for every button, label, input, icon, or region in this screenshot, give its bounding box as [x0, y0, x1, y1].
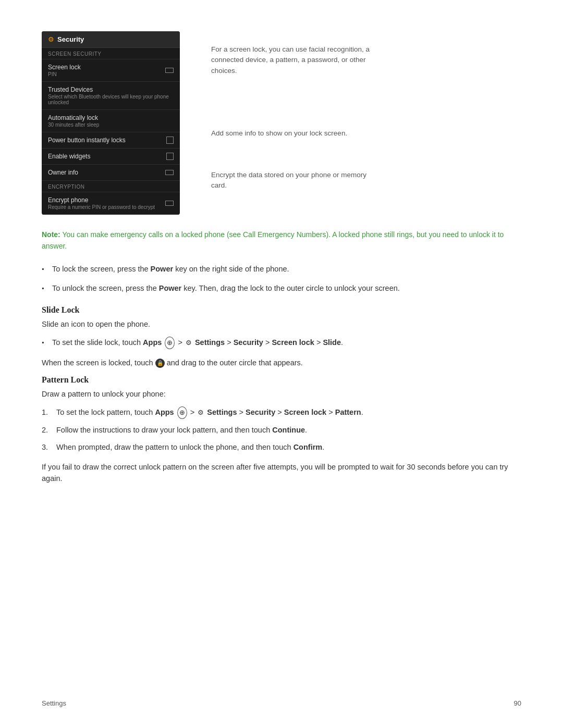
widgets-label: Enable widgets	[48, 153, 90, 160]
step-3: 3. When prompted, draw the pattern to un…	[42, 441, 521, 453]
lock-icon: 🔒	[155, 359, 165, 368]
power-lock-checkbox[interactable]	[166, 137, 174, 144]
slide-lock-intro: Slide an icon to open the phone.	[42, 319, 521, 330]
settings-icon: ⚙	[186, 339, 192, 347]
screen-lock-bold: Screen lock	[272, 338, 314, 347]
owner-info-arrow	[165, 170, 174, 175]
step-1-num: 1.	[42, 406, 48, 418]
encrypt-arrow	[165, 201, 174, 206]
slide-lock-heading: Slide Lock	[42, 305, 521, 315]
screen-lock-sub: PIN	[48, 71, 81, 77]
screenshot-section: ⚙ Security SCREEN SECURITY Screen lock P…	[42, 31, 521, 215]
bullet-2: To unlock the screen, press the Power ke…	[42, 282, 521, 294]
pattern-lock-intro: Draw a pattern to unlock your phone:	[42, 389, 521, 400]
pattern-bold: Pattern	[335, 408, 361, 416]
footer-right: 90	[514, 699, 521, 707]
header-title: Security	[57, 35, 84, 43]
settings-bold: Settings	[195, 338, 225, 347]
menu-item-screen-lock[interactable]: Screen lock PIN	[42, 59, 180, 82]
apps-bold-2: Apps	[155, 408, 174, 416]
step-1: 1. To set the lock pattern, touch Apps ⊕…	[42, 406, 521, 419]
trusted-devices-label: Trusted Devices	[48, 86, 174, 93]
phone-header: ⚙ Security	[42, 31, 180, 48]
settings-bold-2: Settings	[207, 408, 237, 416]
continue-bold: Continue	[272, 426, 305, 434]
bullet-2-bold: Power	[159, 284, 182, 292]
note-label: Note:	[42, 230, 60, 239]
slide-lock-instruction: To set the slide lock, touch Apps ⊕ > ⚙ …	[42, 337, 521, 349]
encrypt-sub: Require a numeric PIN or password to dec…	[48, 204, 155, 210]
security-bold: Security	[234, 338, 263, 347]
bullet-1: To lock the screen, press the Power key …	[42, 263, 521, 275]
pattern-lock-heading: Pattern Lock	[42, 375, 521, 385]
intro-bullets: To lock the screen, press the Power key …	[42, 263, 521, 294]
auto-lock-label: Automatically lock	[48, 114, 99, 121]
final-note: If you fail to draw the correct unlock p…	[42, 461, 521, 485]
note-link[interactable]: Call Emergency Numbers	[243, 230, 326, 239]
apps-bold: Apps	[143, 338, 162, 347]
security-bold-2: Security	[246, 408, 275, 416]
section-label-screen-security: SCREEN SECURITY	[42, 48, 180, 59]
annotation-top: For a screen lock, you can use facial re…	[211, 44, 373, 76]
apps-icon: ⊕	[165, 337, 175, 349]
step-2-num: 2.	[42, 424, 48, 436]
screen-lock-bold-2: Screen lock	[284, 408, 326, 416]
page-container: ⚙ Security SCREEN SECURITY Screen lock P…	[0, 0, 563, 532]
menu-item-auto-lock[interactable]: Automatically lock 30 minutes after slee…	[42, 110, 180, 132]
phone-screenshot: ⚙ Security SCREEN SECURITY Screen lock P…	[42, 31, 180, 215]
auto-lock-sub: 30 minutes after sleep	[48, 122, 99, 128]
step-2: 2. Follow the instructions to draw your …	[42, 424, 521, 436]
widgets-checkbox[interactable]	[166, 153, 174, 160]
menu-item-power-lock[interactable]: Power button instantly locks	[42, 132, 180, 149]
security-screen: ⚙ Security SCREEN SECURITY Screen lock P…	[42, 31, 180, 215]
power-lock-label: Power button instantly locks	[48, 137, 126, 144]
screen-lock-arrow	[165, 68, 174, 73]
annotation-bottom: Encrypt the data stored on your phone or…	[211, 170, 373, 191]
menu-item-encrypt-phone[interactable]: Encrypt phone Require a numeric PIN or p…	[42, 192, 180, 215]
slide-bold: Slide	[323, 338, 341, 347]
section-label-encryption: ENCRYPTION	[42, 181, 180, 192]
owner-info-label: Owner info	[48, 169, 78, 176]
bullet-1-text: To lock the screen, press the Power key …	[52, 265, 289, 273]
encrypt-label: Encrypt phone	[48, 196, 155, 204]
trusted-devices-sub: Select which Bluetooth devices will keep…	[48, 94, 174, 105]
footer-left: Settings	[42, 699, 66, 707]
settings-icon-2: ⚙	[198, 409, 204, 416]
apps-icon-2: ⊕	[177, 406, 187, 419]
gear-icon: ⚙	[48, 35, 54, 43]
menu-item-owner-info[interactable]: Owner info	[42, 165, 180, 181]
page-footer: Settings 90	[42, 699, 521, 707]
bullet-2-text: To unlock the screen, press the Power ke…	[52, 284, 400, 292]
slide-lock-touch-note: When the screen is locked, touch 🔒 and d…	[42, 357, 521, 369]
menu-item-widgets[interactable]: Enable widgets	[42, 149, 180, 165]
confirm-bold: Confirm	[293, 443, 323, 451]
screen-lock-label: Screen lock	[48, 64, 81, 71]
note-text: You can make emergency calls on a locked…	[60, 230, 243, 239]
step-3-num: 3.	[42, 441, 48, 453]
annotation-mid: Add some info to show on your lock scree…	[211, 128, 373, 139]
menu-item-trusted-devices[interactable]: Trusted Devices Select which Bluetooth d…	[42, 82, 180, 110]
pattern-lock-steps: 1. To set the lock pattern, touch Apps ⊕…	[42, 406, 521, 453]
annotations-column: For a screen lock, you can use facial re…	[180, 31, 521, 191]
bullet-1-bold: Power	[151, 265, 174, 273]
note-section: Note: You can make emergency calls on a …	[42, 229, 521, 252]
